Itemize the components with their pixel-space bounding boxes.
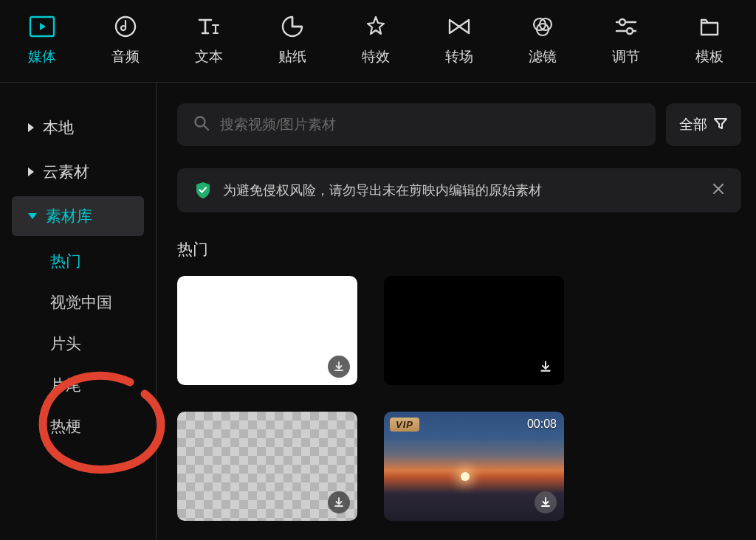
asset-thumb-white[interactable] xyxy=(177,276,357,385)
chevron-right-icon xyxy=(28,167,34,176)
thumbnail-grid: VIP 00:08 xyxy=(177,276,741,521)
nav-text[interactable]: 文本 xyxy=(167,13,250,66)
nav-transition[interactable]: 转场 xyxy=(417,13,501,66)
download-button[interactable] xyxy=(535,491,557,513)
svg-line-9 xyxy=(204,125,208,130)
chevron-right-icon xyxy=(28,123,34,132)
copyright-notice: 为避免侵权风险，请勿导出未在剪映内编辑的原始素材 xyxy=(177,168,741,212)
vip-badge: VIP xyxy=(390,418,419,432)
sidebar-item-label: 热门 xyxy=(50,252,81,269)
sidebar-item-label: 片尾 xyxy=(50,376,81,393)
transition-icon xyxy=(446,13,472,40)
duration-label: 00:08 xyxy=(527,418,557,431)
template-icon xyxy=(696,13,723,40)
effect-icon xyxy=(362,13,389,40)
svg-point-6 xyxy=(619,19,625,25)
sidebar-item-label: 视觉中国 xyxy=(50,294,112,311)
content-panel: 全部 为避免侵权风险，请勿导出未在剪映内编辑的原始素材 热门 xyxy=(157,83,756,540)
nav-label: 音频 xyxy=(111,47,140,66)
nav-audio[interactable]: 音频 xyxy=(83,13,167,66)
top-nav: 媒体 音频 文本 贴纸 特效 转场 滤镜 xyxy=(0,0,756,83)
download-button[interactable] xyxy=(328,491,350,513)
nav-adjust[interactable]: 调节 xyxy=(584,13,667,66)
nav-label: 特效 xyxy=(362,47,390,66)
nav-label: 文本 xyxy=(195,47,223,66)
filter-all-button[interactable]: 全部 xyxy=(666,103,741,146)
chevron-down-icon xyxy=(28,213,37,219)
search-icon xyxy=(193,115,210,134)
nav-effect[interactable]: 特效 xyxy=(334,13,417,66)
sun-graphic xyxy=(461,472,470,481)
sidebar-group-label: 云素材 xyxy=(43,162,89,182)
sidebar-item-vcg[interactable]: 视觉中国 xyxy=(0,282,156,323)
shield-check-icon xyxy=(193,181,213,200)
text-icon xyxy=(196,13,222,40)
svg-marker-1 xyxy=(40,23,46,30)
nav-label: 贴纸 xyxy=(278,47,306,66)
sidebar-group-cloud[interactable]: 云素材 xyxy=(12,152,144,192)
sidebar-item-label: 片头 xyxy=(50,335,81,352)
download-button[interactable] xyxy=(328,356,350,378)
nav-label: 模板 xyxy=(695,47,724,66)
asset-thumb-transparent[interactable] xyxy=(177,412,357,521)
sidebar-item-hot[interactable]: 热门 xyxy=(0,240,156,282)
sidebar-group-library[interactable]: 素材库 xyxy=(12,196,144,236)
sidebar-item-meme[interactable]: 热梗 xyxy=(0,406,156,447)
nav-label: 媒体 xyxy=(28,47,56,66)
filter-icon xyxy=(529,13,556,40)
search-input[interactable] xyxy=(220,117,639,133)
sidebar-group-local[interactable]: 本地 xyxy=(12,108,144,148)
nav-label: 调节 xyxy=(612,47,640,66)
notice-text: 为避免侵权风险，请勿导出未在剪映内编辑的原始素材 xyxy=(223,181,701,199)
search-box[interactable] xyxy=(177,103,656,146)
sidebar-group-label: 素材库 xyxy=(46,206,92,226)
sidebar-item-label: 热梗 xyxy=(50,418,81,435)
nav-label: 转场 xyxy=(445,47,473,66)
nav-template[interactable]: 模板 xyxy=(667,13,751,66)
filter-button-label: 全部 xyxy=(679,115,707,134)
nav-filter[interactable]: 滤镜 xyxy=(501,13,584,66)
search-row: 全部 xyxy=(177,103,741,146)
sidebar-item-outro[interactable]: 片尾 xyxy=(0,364,156,406)
sidebar-group-label: 本地 xyxy=(43,117,74,138)
audio-icon xyxy=(112,13,139,40)
main-area: 本地 云素材 素材库 热门 视觉中国 片头 片尾 热梗 xyxy=(0,83,756,540)
asset-thumb-black[interactable] xyxy=(384,276,564,385)
sidebar-item-intro[interactable]: 片头 xyxy=(0,323,156,364)
sticker-icon xyxy=(279,13,306,40)
section-title: 热门 xyxy=(177,239,741,260)
asset-thumb-sunset[interactable]: VIP 00:08 xyxy=(384,412,564,521)
nav-media[interactable]: 媒体 xyxy=(0,13,83,66)
svg-point-7 xyxy=(627,28,633,34)
adjust-icon xyxy=(613,13,639,40)
close-icon[interactable] xyxy=(712,182,725,198)
nav-label: 滤镜 xyxy=(529,47,557,66)
sidebar: 本地 云素材 素材库 热门 视觉中国 片头 片尾 热梗 xyxy=(0,83,157,540)
download-button[interactable] xyxy=(535,356,557,378)
media-icon xyxy=(29,13,55,40)
nav-sticker[interactable]: 贴纸 xyxy=(250,13,334,66)
filter-icon xyxy=(713,117,728,134)
